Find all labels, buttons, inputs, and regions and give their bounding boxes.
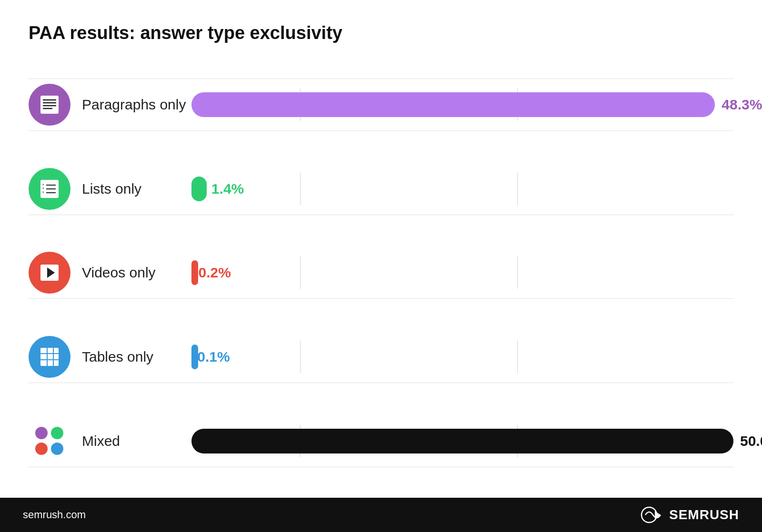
bar-row-mixed: Mixed50.0%: [29, 415, 733, 467]
paragraphs-svg: [37, 92, 62, 118]
grid-line-2: [517, 173, 518, 205]
grid-line-1: [300, 173, 301, 205]
svg-rect-14: [40, 347, 59, 366]
grid-lines: [191, 173, 733, 205]
grid-line-1: [300, 256, 301, 289]
svg-text:*: *: [42, 190, 44, 195]
mixed-dot-blue: [51, 443, 63, 455]
bar-container-videos: 0.2%: [191, 256, 733, 289]
icon-mixed: [29, 420, 70, 462]
chart-area: Paragraphs only48.3% * * * Lists only1.4…: [29, 62, 733, 483]
label-videos: Videos only: [82, 264, 187, 281]
main-content: PAA results: answer type exclusivity Par…: [0, 0, 762, 498]
bar-container-lists: 1.4%: [191, 173, 733, 205]
bar-paragraphs: 48.3%: [191, 92, 715, 117]
mixed-dot-purple: [35, 427, 48, 439]
videos-svg: [37, 260, 62, 286]
grid-lines: [191, 341, 733, 373]
value-lists: 1.4%: [211, 181, 244, 197]
chart-title: PAA results: answer type exclusivity: [29, 23, 733, 43]
label-tables: Tables only: [82, 348, 187, 365]
svg-rect-0: [40, 96, 59, 114]
icon-paragraphs: [29, 84, 70, 126]
semrush-logo: SEMRUSH: [641, 506, 739, 523]
grid-line-2: [517, 256, 518, 289]
bar-container-mixed: 50.0%: [191, 425, 733, 457]
label-paragraphs: Paragraphs only: [82, 96, 187, 113]
bar-row-paragraphs: Paragraphs only48.3%: [29, 79, 733, 131]
tables-svg: [37, 344, 62, 370]
footer: semrush.com SEMRUSH: [0, 498, 762, 532]
grid-line-1: [300, 341, 301, 373]
lists-svg: * * *: [37, 176, 62, 202]
mixed-dots: [35, 427, 64, 455]
value-videos: 0.2%: [199, 265, 231, 281]
grid-lines: [191, 256, 733, 289]
icon-tables: [29, 336, 70, 378]
bar-container-tables: 0.1%: [191, 341, 733, 373]
bar-lists: [191, 177, 207, 201]
grid-line-2: [517, 341, 518, 373]
bar-videos: [191, 260, 198, 285]
icon-lists: * * *: [29, 168, 70, 210]
bar-row-videos: Videos only0.2%: [29, 247, 733, 299]
value-mixed: 50.0%: [740, 433, 762, 449]
label-lists: Lists only: [82, 180, 187, 197]
bar-tables: [191, 345, 198, 369]
bar-row-tables: Tables only0.1%: [29, 331, 733, 383]
icon-videos: [29, 252, 70, 294]
semrush-icon: [641, 506, 664, 523]
value-paragraphs: 48.3%: [722, 97, 762, 113]
svg-point-20: [642, 507, 657, 522]
mixed-dot-green: [51, 427, 63, 439]
label-mixed: Mixed: [82, 433, 187, 450]
bar-container-paragraphs: 48.3%: [191, 89, 733, 121]
footer-url: semrush.com: [23, 509, 86, 521]
bar-row-lists: * * * Lists only1.4%: [29, 163, 733, 215]
mixed-dot-red: [35, 443, 48, 455]
value-tables: 0.1%: [197, 349, 230, 365]
bar-mixed: 50.0%: [191, 429, 733, 453]
semrush-brand-text: SEMRUSH: [669, 507, 739, 522]
